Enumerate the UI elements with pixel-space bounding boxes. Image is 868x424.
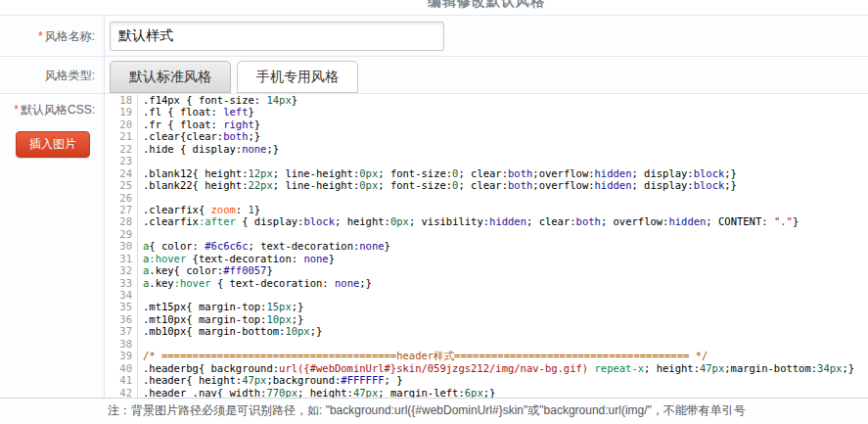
- code-line: 22.hide { display:none;}: [105, 143, 868, 155]
- line-number: 33: [105, 277, 138, 289]
- css-label: *默认风格CSS:: [0, 102, 95, 118]
- style-type-label-text: 风格类型:: [45, 69, 95, 82]
- code-line: 24.blank12{ height:12px; line-height:0px…: [105, 167, 868, 179]
- line-number: 29: [105, 228, 138, 240]
- code-line: 19.fl { float: left}: [105, 106, 868, 118]
- code-text: .fl { float: left}: [138, 106, 254, 118]
- line-number: 18: [105, 94, 138, 106]
- code-line: 38: [105, 338, 868, 350]
- code-line: 27.clearfix{ zoom: 1}: [105, 204, 868, 215]
- code-text: .clearfix{ zoom: 1}: [138, 204, 260, 215]
- code-text: /* =====================================…: [138, 350, 708, 361]
- line-number: 32: [105, 264, 138, 276]
- required-asterisk: *: [38, 29, 43, 43]
- code-text: .blank22{ height:22px; line-height:0px; …: [138, 179, 737, 191]
- css-editor-lines: 18.f14px { font-size: 14px}19.fl { float…: [105, 94, 868, 398]
- line-number: 36: [105, 313, 138, 325]
- code-line: 40.headerbg{ background:url({#webDominUr…: [105, 362, 868, 374]
- code-line: 42.header .nav{ width:770px; height:47px…: [105, 387, 868, 399]
- style-name-label-text: 风格名称:: [45, 29, 95, 43]
- code-text: .hide { display:none;}: [138, 143, 279, 155]
- code-text: a.key:hover { text-decoration: none;}: [138, 277, 372, 289]
- code-text: .mt15px{ margin-top:15px;}: [138, 301, 303, 312]
- code-line: 34: [105, 289, 868, 301]
- tab-mobile-style[interactable]: 手机专用风格: [237, 61, 358, 93]
- line-number: 19: [105, 106, 138, 118]
- line-number: 41: [105, 374, 138, 386]
- required-asterisk: *: [14, 103, 19, 117]
- style-type-label: 风格类型:: [0, 57, 105, 94]
- code-text: [138, 338, 143, 350]
- code-line: 21.clear{clear:both;}: [105, 130, 868, 142]
- code-line: 31a:hover {text-decoration: none}: [105, 253, 868, 264]
- code-text: a{ color: #6c6c6c; text-decoration:none}: [138, 240, 390, 252]
- line-number: 27: [105, 204, 138, 215]
- code-text: .header .nav{ width:770px; height:47px; …: [138, 387, 495, 399]
- line-number: 24: [105, 167, 138, 179]
- code-line: 23: [105, 155, 868, 166]
- css-side-column: *默认风格CSS: 插入图片: [0, 94, 105, 398]
- line-number: 25: [105, 179, 138, 191]
- code-line: 25.blank22{ height:22px; line-height:0px…: [105, 179, 868, 191]
- code-text: .header{ height:47px;background:#FFFFFF;…: [138, 374, 403, 386]
- code-text: .fr { float: right}: [138, 118, 260, 130]
- code-line: 39/* ===================================…: [105, 350, 868, 361]
- code-text: .mb10px{ margin-bottom:10px;}: [138, 325, 322, 337]
- code-text: .clear{clear:both;}: [138, 130, 260, 142]
- code-text: .clearfix:after { display:block; height:…: [138, 215, 799, 227]
- code-text: [138, 289, 143, 301]
- code-text: .blank12{ height:12px; line-height:0px; …: [138, 167, 737, 179]
- code-line: 32a.key{ color:#ff0057}: [105, 264, 868, 276]
- insert-image-button[interactable]: 插入图片: [16, 131, 90, 158]
- dialog-title: 编辑修改默认风格: [428, 0, 545, 11]
- code-line: 29: [105, 228, 868, 240]
- code-line: 28.clearfix:after { display:block; heigh…: [105, 215, 868, 227]
- line-number: 35: [105, 301, 138, 312]
- code-line: 35.mt15px{ margin-top:15px;}: [105, 301, 868, 312]
- code-text: [138, 155, 143, 166]
- edit-style-dialog: 编辑修改默认风格 *风格名称: 风格类型: 默认标准风格 手机专用风格 *默认风…: [0, 0, 868, 424]
- style-name-label: *风格名称:: [0, 16, 105, 57]
- style-type-tabs: 默认标准风格 手机专用风格: [105, 57, 364, 93]
- line-number: 26: [105, 192, 138, 204]
- css-row: *默认风格CSS: 插入图片 18.f14px { font-size: 14p…: [0, 94, 868, 399]
- code-line: 18.f14px { font-size: 14px}: [105, 94, 868, 106]
- code-text: a:hover {text-decoration: none}: [138, 253, 335, 264]
- line-number: 30: [105, 240, 138, 252]
- line-number: 23: [105, 155, 138, 166]
- code-line: 33a.key:hover { text-decoration: none;}: [105, 277, 868, 289]
- line-number: 21: [105, 130, 138, 142]
- style-type-row: 风格类型: 默认标准风格 手机专用风格: [0, 57, 868, 94]
- line-number: 20: [105, 118, 138, 130]
- line-number: 22: [105, 143, 138, 155]
- style-name-row: *风格名称:: [0, 16, 868, 57]
- code-line: 41.header{ height:47px;background:#FFFFF…: [105, 374, 868, 386]
- code-line: 26: [105, 192, 868, 204]
- code-text: a.key{ color:#ff0057}: [138, 264, 273, 276]
- line-number: 40: [105, 362, 138, 374]
- line-number: 34: [105, 289, 138, 301]
- code-line: 30a{ color: #6c6c6c; text-decoration:non…: [105, 240, 868, 252]
- style-name-field-wrap: [105, 22, 444, 51]
- code-text: .f14px { font-size: 14px}: [138, 94, 297, 106]
- code-line: 36.mt10px{ margin-top:10px;}: [105, 313, 868, 325]
- code-text: .mt10px{ margin-top:10px;}: [138, 313, 303, 325]
- line-number: 37: [105, 325, 138, 337]
- line-number: 39: [105, 350, 138, 361]
- line-number: 38: [105, 338, 138, 350]
- css-editor[interactable]: 18.f14px { font-size: 14px}19.fl { float…: [105, 94, 868, 398]
- line-number: 28: [105, 215, 138, 227]
- line-number: 42: [105, 387, 138, 399]
- code-text: .headerbg{ background:url({#webDominUrl#…: [138, 362, 854, 374]
- code-text: [138, 228, 143, 240]
- css-label-text: 默认风格CSS:: [21, 103, 95, 117]
- tab-default-standard-style[interactable]: 默认标准风格: [110, 61, 231, 93]
- code-line: 20.fr { float: right}: [105, 118, 868, 130]
- code-line: 37.mb10px{ margin-bottom:10px;}: [105, 325, 868, 337]
- code-text: [138, 192, 143, 204]
- line-number: 31: [105, 253, 138, 264]
- style-name-input[interactable]: [110, 22, 444, 51]
- dialog-titlebar: 编辑修改默认风格: [0, 0, 868, 16]
- footer-note: 注：背景图片路径必须是可识别路径，如: "background:url({#we…: [0, 399, 868, 423]
